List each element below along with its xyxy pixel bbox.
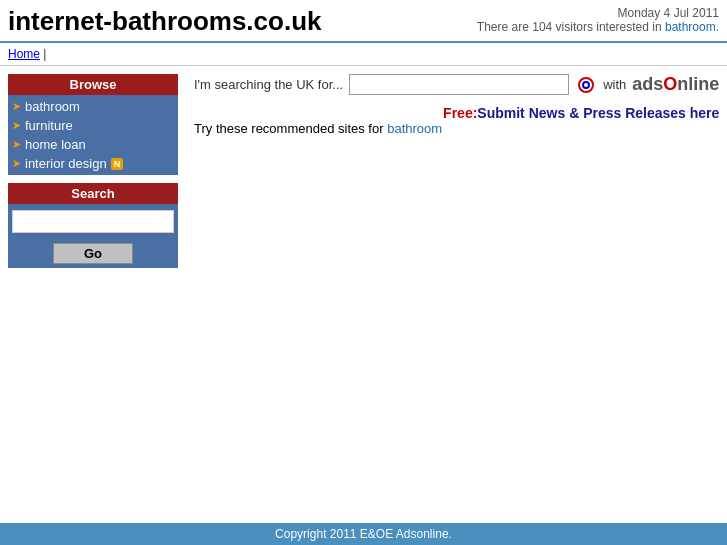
- browse-box: Browse ➤ bathroom ➤ furniture ➤: [8, 74, 178, 175]
- search-box: Search Go: [8, 183, 178, 268]
- ads-text: ads: [632, 74, 663, 94]
- arrow-icon: ➤: [12, 138, 21, 151]
- arrow-icon: ➤: [12, 119, 21, 132]
- search-input-wrap: [8, 204, 178, 239]
- sidebar: Browse ➤ bathroom ➤ furniture ➤: [8, 74, 178, 268]
- search-input[interactable]: [12, 210, 174, 233]
- browse-label-bathroom: bathroom: [25, 99, 80, 114]
- header-right: Monday 4 Jul 2011 There are 104 visitors…: [477, 6, 719, 34]
- with-label: with: [603, 77, 626, 92]
- try-these-link[interactable]: bathroom: [387, 121, 442, 136]
- press-release: Free:Submit News & Press Releases here: [194, 105, 719, 121]
- visitor-text: There are 104 visitors interested in: [477, 20, 662, 34]
- search-bar-label: I'm searching the UK for...: [194, 77, 343, 92]
- nline-text: nline: [677, 74, 719, 94]
- arrow-icon: ➤: [12, 157, 21, 170]
- go-btn-wrap: Go: [8, 239, 178, 268]
- search-bar-row: I'm searching the UK for... with adsOnli…: [194, 74, 719, 95]
- browse-title: Browse: [8, 74, 178, 95]
- footer: Copyright 2011 E&OE Adsonline.: [0, 523, 727, 545]
- list-item: ➤ interior design N: [8, 154, 178, 173]
- arrow-icon: ➤: [12, 100, 21, 113]
- search-title: Search: [8, 183, 178, 204]
- main-layout: Browse ➤ bathroom ➤ furniture ➤: [0, 66, 727, 276]
- browse-link-home-loan[interactable]: ➤ home loan: [12, 137, 174, 152]
- header: internet-bathrooms.co.uk Monday 4 Jul 20…: [0, 0, 727, 43]
- browse-label-interior-design: interior design: [25, 156, 107, 171]
- browse-label-home-loan: home loan: [25, 137, 86, 152]
- browse-link-interior-design[interactable]: ➤ interior design N: [12, 156, 174, 171]
- adsonline-logo: adsOnline: [632, 74, 719, 95]
- site-title: internet-bathrooms.co.uk: [8, 6, 321, 37]
- date-line: Monday 4 Jul 2011: [477, 6, 719, 20]
- home-link[interactable]: Home: [8, 47, 40, 61]
- browse-link-furniture[interactable]: ➤ furniture: [12, 118, 174, 133]
- go-button[interactable]: Go: [53, 243, 133, 264]
- uk-search-input[interactable]: [349, 74, 569, 95]
- breadcrumb-separator: |: [43, 47, 46, 61]
- radio-outer: [578, 77, 594, 93]
- browse-list: ➤ bathroom ➤ furniture ➤ home loan: [8, 95, 178, 175]
- browse-label-furniture: furniture: [25, 118, 73, 133]
- press-free: Free:: [443, 105, 477, 121]
- list-item: ➤ bathroom: [8, 97, 178, 116]
- radio-inner: [582, 81, 590, 89]
- content: I'm searching the UK for... with adsOnli…: [186, 70, 727, 148]
- press-rest[interactable]: Submit News & Press Releases here: [477, 105, 719, 121]
- visitor-line: There are 104 visitors interested in bat…: [477, 20, 719, 34]
- visitor-link[interactable]: bathroom.: [665, 20, 719, 34]
- browse-link-bathroom[interactable]: ➤ bathroom: [12, 99, 174, 114]
- breadcrumb: Home |: [0, 43, 727, 66]
- list-item: ➤ home loan: [8, 135, 178, 154]
- radio-icon[interactable]: [578, 77, 594, 93]
- copyright-text: Copyright 2011 E&OE Adsonline.: [275, 527, 452, 541]
- try-these-prefix: Try these recommended sites for: [194, 121, 384, 136]
- try-these: Try these recommended sites for bathroom: [194, 121, 719, 136]
- list-item: ➤ furniture: [8, 116, 178, 135]
- o-highlight: O: [663, 74, 677, 94]
- new-badge: N: [111, 158, 124, 170]
